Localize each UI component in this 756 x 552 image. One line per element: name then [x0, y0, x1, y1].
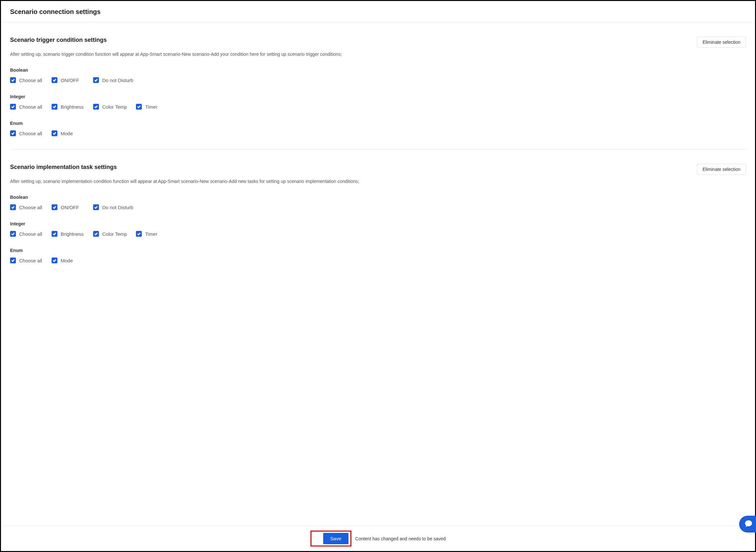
- checkbox-label: Do not Disturb: [102, 78, 133, 83]
- group-title: Enum: [10, 121, 746, 126]
- checkbox-icon: [51, 77, 57, 83]
- checkbox-brightness[interactable]: Brightness: [51, 231, 84, 237]
- checkbox-icon: [51, 231, 57, 237]
- section-trigger: Scenario trigger condition settings Elim…: [10, 22, 746, 149]
- checkbox-choose-all[interactable]: Choose all: [10, 77, 42, 83]
- checkbox-timer[interactable]: Timer: [136, 231, 168, 237]
- checkbox-label: Color Temp: [102, 104, 127, 110]
- footer-message: Content has changed and needs to be save…: [355, 536, 446, 541]
- checkbox-label: Choose all: [19, 131, 42, 136]
- checkbox-row: Choose all ON/OFF Do not Disturb: [10, 77, 746, 83]
- checkbox-icon: [93, 204, 99, 210]
- checkbox-icon: [93, 231, 99, 237]
- checkbox-icon: [51, 130, 57, 136]
- title-bar: Scenario connection settings: [1, 1, 755, 22]
- checkbox-icon: [10, 130, 16, 136]
- checkbox-icon: [10, 231, 16, 237]
- checkbox-row: Choose all Brightness Color Temp Timer: [10, 104, 746, 110]
- checkbox-icon: [51, 204, 57, 210]
- group-title: Integer: [10, 94, 746, 99]
- chat-fab[interactable]: [739, 516, 756, 533]
- checkbox-label: Color Temp: [102, 231, 127, 237]
- checkbox-icon: [10, 204, 16, 210]
- checkbox-icon: [10, 258, 16, 263]
- checkbox-label: Brightness: [61, 231, 84, 237]
- checkbox-row: Choose all Brightness Color Temp Timer: [10, 231, 746, 237]
- checkbox-icon: [51, 258, 57, 263]
- app-frame: Scenario connection settings Scenario tr…: [0, 0, 756, 552]
- checkbox-mode[interactable]: Mode: [51, 258, 84, 263]
- section-desc-trigger: After setting up, scenario trigger condi…: [10, 51, 746, 58]
- eliminate-selection-button-task[interactable]: Eliminate selection: [697, 164, 746, 175]
- section-desc-task: After setting up, scenario implementatio…: [10, 178, 746, 185]
- footer-bar: Save Content has changed and needs to be…: [1, 526, 755, 551]
- eliminate-selection-button-trigger[interactable]: Eliminate selection: [697, 37, 746, 48]
- checkbox-choose-all[interactable]: Choose all: [10, 130, 42, 136]
- section-title-trigger: Scenario trigger condition settings: [10, 37, 107, 43]
- checkbox-do-not-disturb[interactable]: Do not Disturb: [93, 77, 133, 83]
- section-header-row: Scenario implementation task settings El…: [10, 164, 746, 175]
- checkbox-choose-all[interactable]: Choose all: [10, 231, 42, 237]
- checkbox-icon: [10, 77, 16, 83]
- checkbox-color-temp[interactable]: Color Temp: [93, 231, 127, 237]
- checkbox-label: Choose all: [19, 231, 42, 237]
- checkbox-do-not-disturb[interactable]: Do not Disturb: [93, 204, 133, 210]
- checkbox-row: Choose all Mode: [10, 130, 746, 136]
- checkbox-row: Choose all Mode: [10, 258, 746, 263]
- checkbox-label: ON/OFF: [61, 204, 79, 210]
- save-highlight-box: Save: [310, 531, 351, 546]
- checkbox-label: Do not Disturb: [102, 204, 133, 210]
- checkbox-label: Mode: [61, 131, 73, 136]
- checkbox-icon: [51, 104, 57, 110]
- group-trigger-enum: Enum Choose all Mode: [10, 121, 746, 136]
- checkbox-label: Choose all: [19, 258, 42, 263]
- checkbox-choose-all[interactable]: Choose all: [10, 258, 42, 263]
- group-task-enum: Enum Choose all Mode: [10, 248, 746, 263]
- group-title: Boolean: [10, 194, 746, 200]
- group-trigger-boolean: Boolean Choose all ON/OFF Do not Disturb: [10, 67, 746, 83]
- checkbox-choose-all[interactable]: Choose all: [10, 204, 42, 210]
- checkbox-color-temp[interactable]: Color Temp: [93, 104, 127, 110]
- chat-icon: [742, 519, 753, 529]
- checkbox-label: Mode: [61, 258, 73, 263]
- checkbox-brightness[interactable]: Brightness: [51, 104, 84, 110]
- content-area: Scenario trigger condition settings Elim…: [1, 22, 755, 526]
- group-title: Integer: [10, 221, 746, 226]
- checkbox-label: Timer: [145, 104, 157, 110]
- checkbox-timer[interactable]: Timer: [136, 104, 168, 110]
- checkbox-label: ON/OFF: [61, 78, 79, 83]
- checkbox-icon: [93, 77, 99, 83]
- section-header-row: Scenario trigger condition settings Elim…: [10, 37, 746, 48]
- checkbox-label: Choose all: [19, 104, 42, 110]
- group-title: Enum: [10, 248, 746, 253]
- checkbox-label: Timer: [145, 231, 157, 237]
- save-button[interactable]: Save: [323, 533, 349, 544]
- checkbox-icon: [10, 104, 16, 110]
- checkbox-on-off[interactable]: ON/OFF: [51, 77, 84, 83]
- checkbox-icon: [136, 231, 142, 237]
- section-title-task: Scenario implementation task settings: [10, 164, 117, 171]
- group-title: Boolean: [10, 67, 746, 73]
- checkbox-label: Choose all: [19, 78, 42, 83]
- checkbox-label: Choose all: [19, 204, 42, 210]
- section-task: Scenario implementation task settings El…: [10, 149, 746, 276]
- checkbox-icon: [93, 104, 99, 110]
- checkbox-label: Brightness: [61, 104, 84, 110]
- checkbox-on-off[interactable]: ON/OFF: [51, 204, 84, 210]
- group-trigger-integer: Integer Choose all Brightness Color Temp: [10, 94, 746, 110]
- group-task-boolean: Boolean Choose all ON/OFF Do not Disturb: [10, 194, 746, 210]
- checkbox-icon: [136, 104, 142, 110]
- checkbox-row: Choose all ON/OFF Do not Disturb: [10, 204, 746, 210]
- checkbox-mode[interactable]: Mode: [51, 130, 84, 136]
- page-title: Scenario connection settings: [10, 8, 746, 16]
- group-task-integer: Integer Choose all Brightness Color Temp: [10, 221, 746, 237]
- checkbox-choose-all[interactable]: Choose all: [10, 104, 42, 110]
